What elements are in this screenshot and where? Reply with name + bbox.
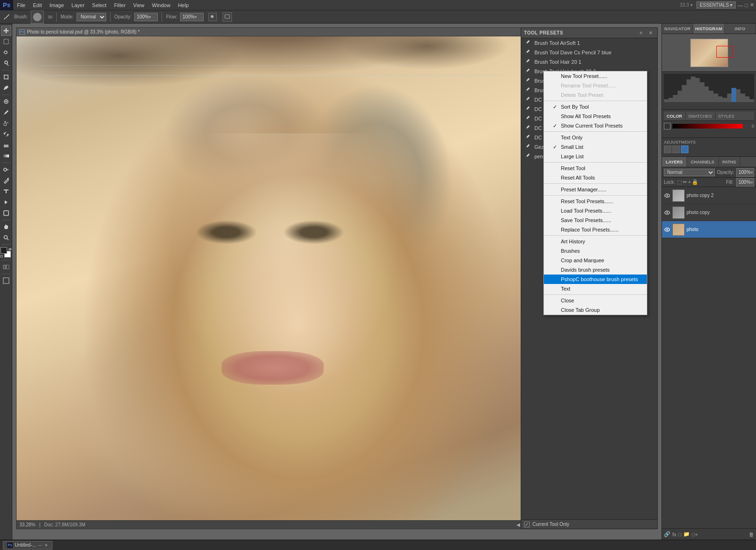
gradient-tool[interactable]: [1, 151, 11, 161]
layer-item-photo-copy[interactable]: photo copy: [662, 204, 756, 221]
default-colors[interactable]: D: [0, 254, 3, 258]
tab-swatches[interactable]: SWATCHES: [686, 112, 715, 120]
tab-info[interactable]: INFO: [725, 24, 756, 34]
history-brush-tool[interactable]: [1, 129, 11, 139]
menu-help[interactable]: Help: [174, 0, 193, 10]
menu-file[interactable]: File: [13, 0, 29, 10]
shape-tool[interactable]: [1, 208, 11, 218]
dodge-tool[interactable]: [1, 164, 11, 175]
opacity-layers-input[interactable]: 100% ▾: [736, 168, 754, 177]
new-layer-btn[interactable]: □+: [692, 532, 698, 537]
tab-histogram[interactable]: HISTOGRAM: [693, 24, 724, 34]
ctx-item-brushes[interactable]: Brushes: [544, 246, 647, 256]
new-group-btn[interactable]: 📁: [683, 531, 690, 537]
restore-app[interactable]: □: [745, 2, 748, 8]
preset-item-0[interactable]: Brush Tool AirSoft 1: [521, 38, 657, 48]
lock-all[interactable]: 🔒: [692, 179, 698, 185]
airbrush-toggle[interactable]: [208, 13, 217, 21]
eyedropper-tool[interactable]: [1, 83, 11, 93]
ctx-item-small-list[interactable]: ✓Small List: [544, 142, 647, 152]
fg-color-swatch[interactable]: [664, 123, 670, 129]
lock-transparent[interactable]: ⬚: [677, 179, 682, 185]
tab-paths[interactable]: PATHS: [719, 157, 740, 167]
flow-input[interactable]: 100% ▾: [180, 13, 204, 21]
taskbar-document[interactable]: Ps Untitled-... — ✕: [3, 541, 52, 550]
layer-vis-photo[interactable]: [664, 226, 670, 233]
layer-vis-photo-copy-2[interactable]: [664, 192, 670, 199]
tool-presets-close-btn[interactable]: ✕: [647, 29, 654, 37]
portrait-canvas[interactable]: [17, 36, 529, 520]
ctx-item-text[interactable]: Text: [544, 284, 647, 293]
r-slider[interactable]: [672, 124, 743, 129]
canvas-prev-btn[interactable]: ◀: [516, 522, 520, 527]
crop-tool[interactable]: [1, 72, 11, 82]
quick-select-tool[interactable]: [1, 58, 11, 69]
ctx-item-new-tool-preset[interactable]: New Tool Preset......: [544, 71, 647, 81]
menu-layer[interactable]: Layer: [68, 0, 88, 10]
ctx-item-replace-tool-presets[interactable]: Replace Tool Presets......: [544, 225, 647, 234]
lasso-tool[interactable]: [1, 47, 11, 58]
quick-mask[interactable]: [1, 262, 11, 272]
ctx-item-show-current[interactable]: ✓Show Current Tool Presets: [544, 121, 647, 130]
move-tool[interactable]: [1, 26, 11, 36]
preset-item-1[interactable]: Brush Tool Dave Cs Pencil 7 blue: [521, 48, 657, 57]
text-tool[interactable]: [1, 186, 11, 197]
layer-item-photo[interactable]: photo: [662, 221, 756, 238]
adj-icon-1[interactable]: [664, 146, 671, 153]
ctx-item-large-list[interactable]: Large List: [544, 152, 647, 161]
path-selection-tool[interactable]: [1, 197, 11, 207]
clone-stamp-tool[interactable]: [1, 118, 11, 129]
preset-item-2[interactable]: Brush Tool Hair 20 1: [521, 57, 657, 67]
tool-presets-menu-btn[interactable]: ≡: [637, 29, 645, 37]
fill-input[interactable]: 100% ▾: [736, 178, 754, 187]
menu-view[interactable]: View: [129, 0, 148, 10]
canvas-content[interactable]: [17, 36, 529, 520]
hand-tool[interactable]: [1, 222, 11, 232]
selection-tool[interactable]: [1, 36, 11, 47]
menu-select[interactable]: Select: [88, 0, 111, 10]
current-tool-checkbox[interactable]: ✓: [524, 522, 530, 527]
tab-channels[interactable]: CHANNELS: [687, 157, 719, 167]
healing-tool[interactable]: [1, 96, 11, 107]
ctx-item-art-history[interactable]: Art History: [544, 237, 647, 246]
lock-image[interactable]: ✏: [683, 179, 687, 185]
tab-styles[interactable]: STYLES: [715, 112, 738, 120]
tab-color[interactable]: COLOR: [664, 112, 686, 120]
essentials-button[interactable]: ESSENTIALS ▾: [696, 1, 736, 9]
screen-mode[interactable]: [1, 275, 11, 286]
add-mask-btn[interactable]: □: [679, 532, 682, 537]
taskbar-minimize-btn[interactable]: —: [38, 543, 43, 548]
lock-position[interactable]: +: [688, 179, 691, 185]
layer-vis-photo-copy[interactable]: [664, 209, 670, 216]
ctx-item-text-only[interactable]: Text Only: [544, 133, 647, 142]
ctx-item-reset-tool-presets[interactable]: Reset Tool Presets......: [544, 197, 647, 206]
color-swatch[interactable]: ⇄ D: [0, 247, 12, 258]
add-effect-btn[interactable]: fx: [672, 532, 677, 537]
menu-image[interactable]: Image: [46, 0, 68, 10]
tablet-settings[interactable]: [223, 12, 232, 22]
ctx-item-reset-tool[interactable]: Reset Tool: [544, 163, 647, 173]
ctx-item-reset-all-tools[interactable]: Reset All Tools: [544, 173, 647, 182]
ctx-item-save-tool-presets[interactable]: Save Tool Presets......: [544, 215, 647, 225]
swap-colors[interactable]: ⇄: [9, 247, 12, 251]
menu-edit[interactable]: Edit: [29, 0, 46, 10]
link-layers-btn[interactable]: 🔗: [664, 531, 670, 537]
delete-layer-btn[interactable]: 🗑: [749, 532, 754, 537]
opacity-input[interactable]: 100% ▾: [134, 13, 158, 21]
tab-navigator[interactable]: NAVIGATOR: [662, 24, 693, 34]
menu-filter[interactable]: Filter: [110, 0, 129, 10]
eraser-tool[interactable]: [1, 140, 11, 150]
mode-dropdown[interactable]: Normal: [77, 13, 106, 21]
ctx-item-close-tab-group[interactable]: Close Tab Group: [544, 305, 647, 315]
adj-icon-2[interactable]: [672, 146, 680, 153]
zoom-tool[interactable]: [1, 232, 11, 243]
close-app[interactable]: ✕: [750, 2, 754, 8]
pen-tool[interactable]: [1, 175, 11, 186]
ctx-item-crop-marquee[interactable]: Crop and Marquee: [544, 256, 647, 265]
minimize-app[interactable]: —: [738, 2, 743, 8]
ctx-item-sort-by-tool[interactable]: ✓Sort By Tool: [544, 102, 647, 112]
ctx-item-load-tool-presets[interactable]: Load Tool Presets......: [544, 206, 647, 215]
menu-window[interactable]: Window: [148, 0, 174, 10]
blend-mode-select[interactable]: Normal: [664, 169, 715, 176]
ctx-item-davids-presets[interactable]: Davids brush presets: [544, 265, 647, 275]
